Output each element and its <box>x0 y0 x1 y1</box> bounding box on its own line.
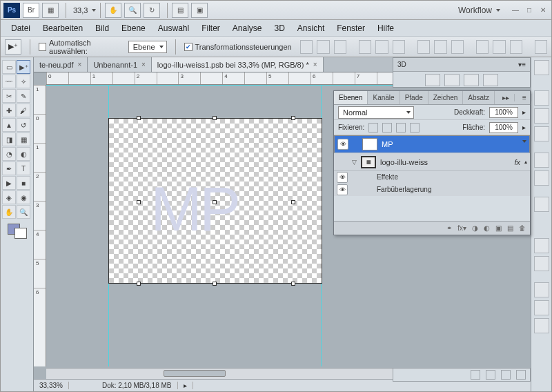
lock-trans-icon[interactable] <box>368 123 378 133</box>
crop-tool[interactable]: ✂ <box>2 89 16 103</box>
chevron-up-icon[interactable]: ▴ <box>524 159 527 165</box>
auto-select-check[interactable]: Automatisch auswählen: <box>39 39 124 55</box>
distribute-f-icon[interactable] <box>510 40 522 54</box>
gradient-tool[interactable]: ▦ <box>17 133 30 146</box>
screenmode-icon[interactable]: ▣ <box>191 3 208 18</box>
menu-ebene[interactable]: Ebene <box>115 23 152 33</box>
brush-tool[interactable]: 🖌 <box>17 104 30 117</box>
status-docsize[interactable]: Dok: 2,10 MB/3,18 MB <box>97 382 178 389</box>
status-menu[interactable]: ▸ <box>178 382 193 389</box>
lock-pos-icon[interactable] <box>396 123 406 133</box>
canvas[interactable]: MP <box>108 118 322 284</box>
chevron-right-icon[interactable]: ▸ <box>522 124 526 131</box>
bridge-icon[interactable]: Br <box>23 3 39 18</box>
fill-value[interactable]: 100% <box>489 122 518 133</box>
restore-button[interactable]: □ <box>524 6 535 15</box>
effect-item[interactable]: Farbüberlagerung <box>377 184 432 196</box>
ps-icon[interactable]: Ps <box>3 3 20 18</box>
color-swatch[interactable] <box>8 224 27 239</box>
panel-nav-icon[interactable] <box>534 197 549 212</box>
tab-ebenen[interactable]: Ebenen <box>334 91 368 104</box>
document-tab[interactable]: Unbenannt-1× <box>88 57 151 72</box>
panel-styles-icon[interactable] <box>534 126 549 141</box>
3d-camera-tool[interactable]: ◉ <box>17 190 30 204</box>
distribute-e-icon[interactable] <box>493 40 505 54</box>
scroll-thumb[interactable] <box>164 370 226 377</box>
tab-pfade[interactable]: Pfade <box>400 91 428 104</box>
zoom-tool-icon[interactable]: 🔍 <box>124 3 141 18</box>
tab-absatz[interactable]: Absatz <box>463 91 495 104</box>
hand-tool-icon[interactable]: ✋ <box>105 3 121 18</box>
panel-adjust-icon[interactable] <box>534 238 549 253</box>
move-tool[interactable]: ▶⁺ <box>17 60 30 74</box>
quick-select-tool[interactable]: ✧ <box>17 75 30 88</box>
align-vcenter-icon[interactable] <box>317 40 329 54</box>
menu-ansicht[interactable]: Ansicht <box>291 23 331 33</box>
effects-label[interactable]: Effekte <box>377 171 398 184</box>
document-tab[interactable]: logo-illu-weiss1.psb bei 33,3% (MP, RGB/… <box>152 57 324 72</box>
expand-icon[interactable]: ▽ <box>352 159 357 166</box>
panel-swatches-icon[interactable] <box>534 108 549 124</box>
panel-3d-tab[interactable]: 3D <box>397 61 406 68</box>
document-tab[interactable]: te-neu.pdf× <box>34 57 88 72</box>
tab-zeichen[interactable]: Zeichen <box>428 91 464 104</box>
close-icon[interactable]: × <box>78 61 82 68</box>
visibility-icon[interactable]: 👁 <box>337 172 348 183</box>
ruler-vertical[interactable]: 10123456 <box>34 85 46 366</box>
menu-analyse[interactable]: Analyse <box>226 23 268 33</box>
background-color[interactable] <box>14 228 27 239</box>
panel-channels-icon[interactable] <box>534 300 549 315</box>
align-bottom-icon[interactable] <box>334 40 346 54</box>
footer-icon[interactable] <box>471 370 480 380</box>
close-icon[interactable]: × <box>141 61 146 68</box>
dodge-tool[interactable]: ◐ <box>17 147 30 161</box>
distribute-c-icon[interactable] <box>451 40 464 54</box>
3d-material-icon[interactable] <box>464 74 479 86</box>
healing-tool[interactable]: ✚ <box>2 104 16 117</box>
panel-icon[interactable] <box>534 60 549 75</box>
marquee-tool[interactable]: ▭ <box>2 60 16 74</box>
panel-mask-icon[interactable] <box>534 256 549 271</box>
mini-bridge-icon[interactable]: ▦ <box>42 3 59 18</box>
distribute-d-icon[interactable] <box>476 40 489 54</box>
3d-mesh-icon[interactable] <box>444 74 460 86</box>
align-right-icon[interactable] <box>393 40 405 54</box>
mask-icon[interactable]: ◑ <box>472 224 478 232</box>
align-top-icon[interactable] <box>300 40 313 54</box>
auto-select-target[interactable]: Ebene <box>128 41 167 53</box>
fx-icon[interactable]: fx▾ <box>457 224 466 232</box>
panel-3d[interactable]: 3D▾≡ <box>393 57 531 88</box>
menu-hilfe[interactable]: Hilfe <box>371 23 400 33</box>
menu-bild[interactable]: Bild <box>89 23 115 33</box>
blend-mode-select[interactable]: Normal <box>338 106 414 119</box>
panel-color-icon[interactable] <box>534 90 549 106</box>
align-hcenter-icon[interactable] <box>375 40 388 54</box>
visibility-icon[interactable]: 👁 <box>337 184 348 195</box>
opt-extra-icon[interactable] <box>535 40 547 54</box>
layer-name[interactable]: MP <box>382 140 393 148</box>
panel-layers-icon[interactable] <box>534 282 549 297</box>
transform-controls-check[interactable]: ✔Transformationssteuerungen <box>184 43 292 51</box>
visibility-icon[interactable] <box>337 157 348 168</box>
menu-filter[interactable]: Filter <box>195 23 226 33</box>
shape-tool[interactable]: ■ <box>17 176 30 190</box>
3d-tool[interactable]: ◈ <box>2 190 16 204</box>
new-layer-icon[interactable]: ▤ <box>507 224 513 232</box>
menu-bearbeiten[interactable]: Bearbeiten <box>37 23 89 33</box>
type-tool[interactable]: T <box>17 161 30 175</box>
lasso-tool[interactable]: 〰 <box>2 75 16 88</box>
lock-pixels-icon[interactable] <box>382 123 392 133</box>
footer-trash-icon[interactable] <box>516 370 526 380</box>
minimize-button[interactable]: — <box>510 6 521 15</box>
panel-para-icon[interactable] <box>534 170 549 186</box>
distribute-a-icon[interactable] <box>417 40 430 54</box>
3d-scene-icon[interactable] <box>425 74 440 86</box>
close-icon[interactable]: × <box>313 61 317 68</box>
tab-kanale[interactable]: Kanäle <box>368 91 400 104</box>
rotate-view-icon[interactable]: ↻ <box>144 3 160 18</box>
opacity-value[interactable]: 100% <box>489 107 518 118</box>
layer-name[interactable]: logo-illu-weiss <box>380 158 428 166</box>
fx-badge[interactable]: fx <box>514 158 520 166</box>
menu-auswahl[interactable]: Auswahl <box>152 23 195 33</box>
blur-tool[interactable]: ◔ <box>2 147 16 161</box>
